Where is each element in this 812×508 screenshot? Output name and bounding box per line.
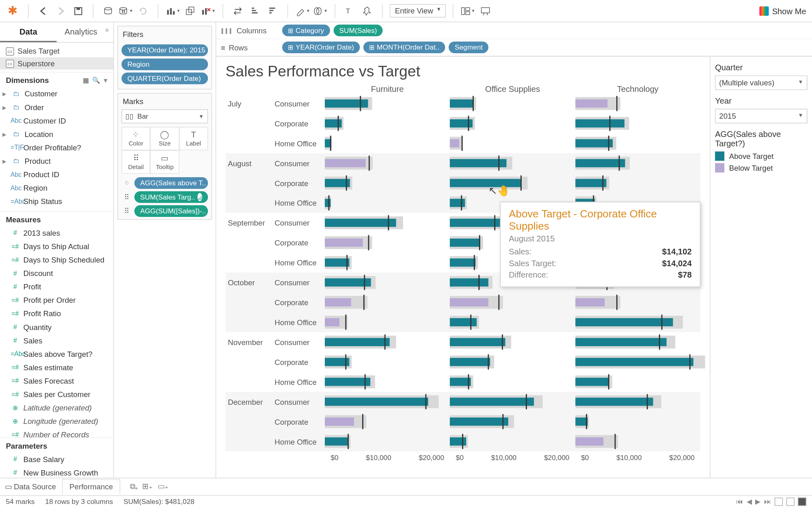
- mark-type-dropdown[interactable]: ▯▯ Bar: [121, 109, 208, 124]
- bar-cell[interactable]: [325, 173, 450, 193]
- marks-size-cell[interactable]: ◯Size: [150, 127, 179, 150]
- bar-cell[interactable]: [450, 352, 575, 372]
- bar-cell[interactable]: [325, 153, 450, 173]
- nav-next-icon[interactable]: ▶: [755, 498, 760, 506]
- bar-cell[interactable]: [575, 412, 700, 432]
- bar-cell[interactable]: [575, 332, 700, 352]
- field-item[interactable]: =# Days to Ship Actual: [0, 240, 113, 253]
- show-me-button[interactable]: Show Me: [759, 6, 806, 15]
- analytics-menu-icon[interactable]: ≡: [105, 27, 108, 33]
- field-item[interactable]: # Discount: [0, 267, 113, 280]
- duplicate-sheet-button[interactable]: [183, 3, 198, 18]
- mark-assignment[interactable]: ⁘ AGG(Sales above T..: [121, 177, 208, 189]
- bar-cell[interactable]: [325, 213, 450, 233]
- bar-cell[interactable]: [325, 292, 450, 312]
- save-button[interactable]: [71, 3, 86, 18]
- swap-button[interactable]: [230, 3, 245, 18]
- bar-cell[interactable]: [325, 273, 450, 293]
- group-button[interactable]: ▼: [313, 3, 328, 18]
- marks-label-cell[interactable]: TLabel: [179, 127, 208, 150]
- pin-button[interactable]: [360, 3, 375, 18]
- field-item[interactable]: # New Business Growth: [0, 466, 113, 478]
- bar-cell[interactable]: [575, 292, 700, 312]
- mark-assignment[interactable]: ⠿ SUM(Sales Targ..⊿: [121, 191, 208, 203]
- tableau-logo[interactable]: [6, 3, 21, 18]
- new-datasource-button[interactable]: [100, 3, 115, 18]
- field-item[interactable]: # Profit: [0, 280, 113, 294]
- field-item[interactable]: Abc Region: [0, 181, 113, 195]
- view-list-icon[interactable]: [786, 498, 795, 506]
- clear-sheet-button[interactable]: ▼: [201, 3, 216, 18]
- quarter-filter-dropdown[interactable]: (Multiple values): [715, 76, 807, 90]
- field-item[interactable]: =# Profit per Order: [0, 294, 113, 307]
- field-item[interactable]: # Sales: [0, 334, 113, 347]
- field-item[interactable]: =# Profit Ratio: [0, 307, 113, 321]
- field-item[interactable]: =# Days to Ship Scheduled: [0, 253, 113, 267]
- view-as-icon[interactable]: ▦: [83, 76, 89, 84]
- show-labels-button[interactable]: T: [342, 3, 357, 18]
- bar-cell[interactable]: [575, 372, 700, 392]
- field-item[interactable]: # Base Salary: [0, 453, 113, 466]
- new-story-icon[interactable]: ▭₊: [158, 482, 168, 491]
- visualization[interactable]: Sales Performance vs Target FurnitureOff…: [216, 57, 710, 478]
- shelf-pill[interactable]: ⊞Category: [282, 24, 330, 36]
- marks-detail-cell[interactable]: ⠿Detail: [121, 150, 150, 174]
- bar-cell[interactable]: [450, 153, 575, 173]
- bar-cell[interactable]: [325, 432, 450, 452]
- shelf-pill[interactable]: ⊞YEAR(Order Date): [282, 41, 360, 53]
- field-item[interactable]: =# Sales Forecast: [0, 374, 113, 388]
- bar-cell[interactable]: [325, 392, 450, 412]
- pause-updates-button[interactable]: ▼: [118, 3, 133, 18]
- shelf-pill[interactable]: SUM(Sales): [333, 24, 383, 36]
- highlight-button[interactable]: ▼: [295, 3, 310, 18]
- field-item[interactable]: =# Sales per Customer: [0, 388, 113, 401]
- datasource-item[interactable]: ▭ Superstore: [0, 57, 113, 69]
- menu-icon[interactable]: ▾: [104, 76, 108, 84]
- sort-asc-button[interactable]: [248, 3, 263, 18]
- field-item[interactable]: Abc Measure Names: [0, 208, 113, 211]
- bar-cell[interactable]: [575, 312, 700, 332]
- worksheet-tab[interactable]: Performance: [62, 479, 120, 494]
- field-item[interactable]: ⊕ Latitude (generated): [0, 402, 113, 415]
- field-item[interactable]: # Quantity: [0, 321, 113, 334]
- refresh-button[interactable]: [136, 3, 151, 18]
- year-filter-dropdown[interactable]: 2015: [715, 109, 807, 124]
- filter-pill[interactable]: Region: [121, 59, 208, 70]
- field-item[interactable]: ▸ 🗀 Customer: [0, 87, 113, 100]
- bar-cell[interactable]: [450, 332, 575, 352]
- field-item[interactable]: ▸ 🗀 Product: [0, 154, 113, 168]
- bar-cell[interactable]: [325, 233, 450, 253]
- bar-cell[interactable]: [450, 292, 575, 312]
- bar-cell[interactable]: [325, 332, 450, 352]
- bar-cell[interactable]: [575, 392, 700, 412]
- nav-prev-icon[interactable]: ◀: [747, 498, 752, 506]
- field-item[interactable]: =# Sales estimate: [0, 361, 113, 374]
- mark-pill[interactable]: AGG(Sales above T..: [134, 177, 208, 189]
- field-item[interactable]: Abc Customer ID: [0, 114, 113, 128]
- mark-pill[interactable]: AGG(SUM([Sales])-..: [134, 205, 208, 217]
- field-item[interactable]: # 2013 sales: [0, 226, 113, 240]
- bar-cell[interactable]: [575, 153, 700, 173]
- show-cards-button[interactable]: ▼: [460, 3, 475, 18]
- bar-cell[interactable]: [450, 312, 575, 332]
- field-item[interactable]: ▸ 🗀 Order: [0, 100, 113, 114]
- tab-data[interactable]: Data: [0, 22, 57, 42]
- field-item[interactable]: ▸ 🗀 Location: [0, 128, 113, 141]
- view-full-icon[interactable]: [798, 498, 806, 506]
- field-item[interactable]: =Abc Sales above Target?: [0, 347, 113, 361]
- shelf-pill[interactable]: Segment: [449, 41, 489, 53]
- bar-cell[interactable]: [575, 173, 700, 193]
- bar-cell[interactable]: [450, 113, 575, 133]
- bar-cell[interactable]: [325, 372, 450, 392]
- bar-cell[interactable]: [325, 412, 450, 432]
- back-button[interactable]: [36, 3, 51, 18]
- sort-desc-button[interactable]: [265, 3, 280, 18]
- filter-pill[interactable]: YEAR(Order Date): 2015: [121, 44, 208, 56]
- new-dashboard-icon[interactable]: ⊞₊: [142, 482, 153, 491]
- bar-cell[interactable]: [325, 193, 450, 213]
- bar-cell[interactable]: [575, 352, 700, 372]
- fit-dropdown[interactable]: Entire View: [390, 4, 445, 17]
- shelf-pill[interactable]: ⊞MONTH(Order Dat..: [363, 41, 445, 53]
- legend-item[interactable]: Above Target: [715, 152, 807, 161]
- datasource-item[interactable]: ▭ Sales Target: [0, 45, 113, 57]
